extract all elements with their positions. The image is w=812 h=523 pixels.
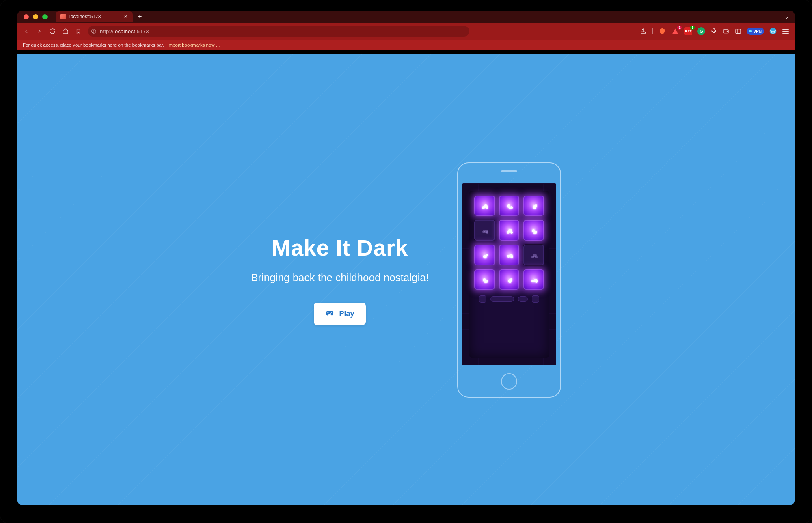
svg-point-1 [94, 32, 94, 32]
browser-tab[interactable]: localhost:5173 ✕ [56, 11, 133, 22]
svg-point-8 [770, 28, 777, 35]
new-tab-button[interactable]: + [133, 13, 147, 21]
tab-strip: localhost:5173 ✕ + ⌄ [17, 11, 795, 23]
window-maximize-button[interactable] [42, 14, 48, 19]
url-scheme: http:// [100, 28, 114, 34]
bookmarks-hint: For quick access, place your bookmarks h… [23, 43, 164, 47]
vpn-status-dot [749, 30, 752, 32]
vpn-button[interactable]: VPN [747, 28, 764, 35]
game-tile-lit [474, 269, 495, 290]
wallet-icon[interactable] [722, 28, 730, 35]
url-text: http://localhost:5173 [100, 28, 149, 34]
url-port: :5173 [135, 28, 149, 34]
game-tile-lit [474, 196, 495, 216]
game-control-button [479, 295, 486, 303]
site-info-icon[interactable] [91, 28, 97, 34]
rewards-count-badge: 5 [690, 26, 695, 30]
svg-rect-6 [736, 29, 741, 34]
extension-grammarly-icon[interactable]: G [697, 27, 705, 35]
import-bookmarks-link[interactable]: Import bookmarks now ... [167, 43, 220, 47]
game-control-bar [490, 296, 514, 302]
url-host: localhost [114, 28, 135, 34]
game-tile-lit [474, 245, 495, 265]
svg-marker-3 [673, 28, 678, 34]
page-viewport: Make It Dark Bringing back the childhood… [17, 54, 795, 505]
reload-button[interactable] [49, 28, 56, 35]
vpn-label: VPN [753, 29, 762, 34]
brave-rewards-icon[interactable]: 1 [671, 27, 679, 35]
game-tile-lit [523, 196, 544, 216]
window-minimize-button[interactable] [33, 14, 38, 19]
address-bar[interactable]: http://localhost:5173 [88, 26, 469, 37]
window-close-button[interactable] [24, 14, 29, 19]
brave-shields-icon[interactable] [658, 27, 666, 35]
extension-rewards-badge[interactable]: BAT 5 [684, 27, 692, 35]
game-control-button [532, 295, 539, 303]
game-tile-dark [474, 220, 495, 241]
game-tile-lit [499, 220, 520, 241]
game-grid [474, 196, 544, 290]
bookmarks-bar: For quick access, place your bookmarks h… [17, 40, 795, 50]
share-icon[interactable] [639, 28, 647, 35]
bookmark-button[interactable] [75, 28, 82, 35]
game-tile-lit [499, 269, 520, 290]
toolbar-right: | 1 BAT 5 G [639, 27, 789, 35]
game-panel [469, 191, 549, 358]
game-tile-lit [499, 196, 520, 216]
tab-close-icon[interactable]: ✕ [124, 14, 128, 19]
phone-home-button [501, 373, 517, 390]
game-tile-lit [523, 220, 544, 241]
window-controls [24, 14, 48, 19]
page-title: Make It Dark [251, 235, 429, 261]
hero-section: Make It Dark Bringing back the childhood… [17, 54, 795, 505]
hero-copy: Make It Dark Bringing back the childhood… [251, 235, 429, 325]
gamepad-icon [325, 308, 334, 319]
home-button[interactable] [62, 28, 69, 35]
play-button[interactable]: Play [314, 303, 365, 325]
nav-back-button[interactable] [23, 28, 30, 35]
brave-rewards-badge: 1 [677, 26, 682, 30]
browser-chrome: localhost:5173 ✕ + ⌄ [17, 11, 795, 54]
game-tile-lit [523, 269, 544, 290]
extension-swirl-icon[interactable] [769, 27, 777, 35]
svg-point-5 [727, 31, 728, 32]
nav-forward-button[interactable] [36, 28, 43, 35]
page-tagline: Bringing back the childhood nostalgia! [251, 271, 429, 284]
phone-mockup [457, 162, 561, 398]
browser-window: localhost:5173 ✕ + ⌄ [0, 0, 812, 523]
play-button-label: Play [339, 310, 354, 318]
phone-screen [462, 183, 556, 365]
svg-rect-2 [641, 32, 646, 34]
tab-title: localhost:5173 [69, 14, 101, 19]
game-controls [474, 295, 544, 303]
toolbar: http://localhost:5173 | 1 BAT 5 [17, 23, 795, 40]
sidebar-toggle-icon[interactable] [734, 28, 742, 35]
game-control-button [518, 296, 528, 302]
extensions-icon[interactable] [710, 28, 717, 35]
tabs-overflow-icon[interactable]: ⌄ [784, 13, 789, 20]
game-tile-dark [523, 245, 544, 265]
tab-favicon [60, 14, 66, 19]
game-tile-lit [499, 245, 520, 265]
menu-button[interactable] [782, 28, 789, 35]
phone-speaker [501, 170, 517, 172]
